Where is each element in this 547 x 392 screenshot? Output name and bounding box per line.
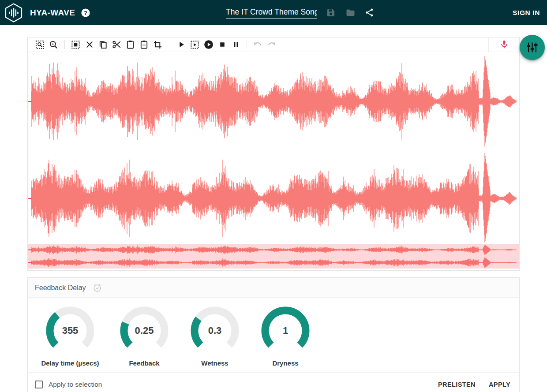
- crop-icon: [153, 40, 163, 50]
- clear-selection-button[interactable]: [82, 38, 96, 51]
- undo-icon: [253, 40, 263, 50]
- knob-row: 355 Delay time (µsecs) 0.25 Feedback 0.3…: [28, 298, 519, 372]
- apply-to-selection-checkbox[interactable]: [35, 381, 43, 388]
- effect-panel: Feedback Delay 355 Delay time (µsecs) 0.…: [27, 277, 520, 392]
- effect-title: Feedback Delay: [35, 284, 86, 292]
- apply-to-selection-label: Apply to selection: [49, 381, 102, 388]
- knob-wetness[interactable]: 0.3 Wetness: [180, 306, 250, 367]
- select-all-button[interactable]: [69, 38, 82, 51]
- prelisten-button[interactable]: PRELISTEN: [436, 378, 477, 391]
- apply-button[interactable]: APPLY: [487, 378, 512, 391]
- knob-value: 355: [46, 306, 94, 355]
- redo-button[interactable]: [265, 38, 278, 51]
- effects-fab-button[interactable]: [520, 35, 545, 60]
- effect-panel-footer: Apply to selection PRELISTEN APPLY: [28, 372, 519, 392]
- folder-icon: [345, 7, 356, 18]
- app-logo: [4, 3, 24, 23]
- close-icon: [85, 40, 94, 49]
- cut-button[interactable]: [110, 38, 124, 51]
- record-button[interactable]: [488, 37, 519, 52]
- help-button[interactable]: ?: [81, 8, 90, 18]
- track-title-input[interactable]: [226, 7, 317, 19]
- zoom-reset-button[interactable]: 1: [47, 38, 60, 51]
- play-selection-button[interactable]: [188, 38, 202, 51]
- open-file-button[interactable]: [345, 7, 356, 18]
- pause-icon: [231, 40, 241, 49]
- play-all-button[interactable]: [202, 38, 215, 51]
- app-header: HYA-WAVE ?: [0, 0, 547, 25]
- schedule-button[interactable]: [92, 283, 102, 293]
- stop-icon: [217, 40, 227, 49]
- save-icon: [326, 7, 336, 18]
- play-button[interactable]: [174, 38, 188, 51]
- knob-dryness[interactable]: 1 Dryness: [250, 306, 321, 367]
- paste-waveform-icon: [139, 40, 149, 50]
- sliders-icon: [526, 41, 538, 53]
- knob-value: 0.3: [191, 306, 239, 355]
- stop-button[interactable]: [215, 38, 229, 51]
- editor-panel: 1: [27, 37, 520, 271]
- paste-insert-button[interactable]: [137, 38, 151, 51]
- scissors-icon: [112, 39, 122, 50]
- save-button[interactable]: [326, 7, 336, 18]
- knob-label: Wetness: [201, 359, 228, 367]
- knob-label: Delay time (µsecs): [41, 359, 99, 367]
- toolbar-separator: [64, 40, 65, 49]
- footer-actions: PRELISTEN APPLY: [427, 378, 512, 391]
- copy-button[interactable]: [96, 38, 110, 51]
- svg-text:?: ?: [84, 9, 88, 16]
- app-name: HYA-WAVE: [30, 8, 75, 18]
- redo-icon: [266, 40, 277, 50]
- share-button[interactable]: [364, 7, 375, 18]
- microphone-icon: [499, 39, 510, 50]
- zoom-selection-icon: [35, 40, 45, 50]
- alarm-check-icon: [92, 283, 102, 293]
- play-circle-icon: [203, 39, 214, 50]
- waveform-overview[interactable]: [28, 244, 519, 269]
- zoom-selection-button[interactable]: [33, 38, 47, 51]
- knob-value: 0.25: [120, 306, 169, 355]
- editor-toolbar: 1: [28, 37, 519, 52]
- play-icon: [176, 40, 186, 49]
- paste-icon: [125, 40, 135, 50]
- waveform-display[interactable]: [28, 52, 519, 243]
- knob-label: Dryness: [272, 359, 298, 367]
- knob-label: Feedback: [129, 359, 159, 367]
- playhead-cursor: [29, 52, 29, 243]
- overview-waveform: [28, 244, 519, 269]
- pause-button[interactable]: [229, 38, 243, 51]
- sign-in-button[interactable]: SIGN IN: [513, 0, 540, 25]
- knob-feedback[interactable]: 0.25 Feedback: [109, 306, 180, 367]
- select-all-icon: [71, 40, 81, 50]
- document-title-group: [226, 0, 375, 25]
- svg-text:1: 1: [52, 42, 54, 46]
- knob-value: 1: [261, 306, 310, 355]
- paste-button[interactable]: [124, 38, 137, 51]
- toolbar-separator: [247, 40, 247, 49]
- crop-button[interactable]: [151, 38, 165, 51]
- help-icon: ?: [81, 8, 90, 18]
- zoom-one-icon: 1: [49, 40, 59, 50]
- effect-panel-header: Feedback Delay: [28, 278, 519, 298]
- undo-button[interactable]: [251, 38, 265, 51]
- knob-delay-time[interactable]: 355 Delay time (µsecs): [31, 306, 109, 367]
- hexagon-waveform-logo-icon: [4, 3, 24, 23]
- copy-icon: [98, 40, 108, 50]
- share-icon: [364, 7, 375, 18]
- play-selection-icon: [190, 40, 200, 50]
- stereo-waveform: [28, 52, 519, 243]
